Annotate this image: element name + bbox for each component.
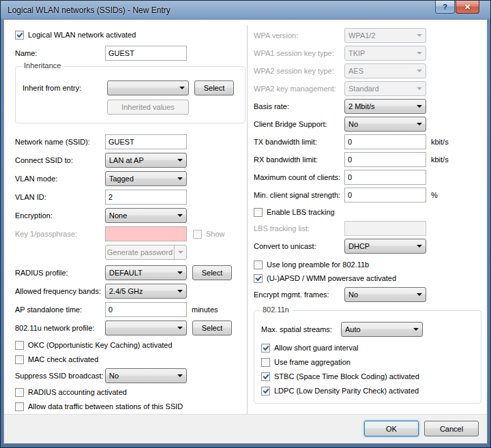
- rx-limit-row: RX bandwidth limit: kbit/s: [254, 152, 481, 167]
- okc-checkbox[interactable]: [15, 341, 24, 350]
- encryption-row: Encryption: None: [15, 208, 246, 223]
- long-preamble-label: Use long preamble for 802.11b: [267, 260, 369, 269]
- ldpc-checkbox[interactable]: [261, 387, 270, 395]
- spatial-streams-label: Max. spatial streams:: [261, 325, 341, 333]
- wpa2-key-type-row: WPA2 session key type: AES: [254, 63, 481, 78]
- name-input[interactable]: [105, 46, 187, 61]
- chevron-down-icon: [417, 123, 422, 125]
- interstation-traffic-checkbox[interactable]: [15, 402, 24, 411]
- inheritance-group-title: Inheritance: [21, 61, 63, 70]
- basis-rate-select[interactable]: 2 Mbit/s: [344, 99, 426, 114]
- title-bar[interactable]: Logical WLAN networks (SSIDs) - New Entr…: [3, 1, 488, 19]
- wlan-activated-row: Logical WLAN network activated: [15, 29, 246, 40]
- 80211u-profile-label: 802.11u network profile:: [15, 324, 105, 332]
- chevron-down-icon: [417, 52, 422, 55]
- key1-row: Key 1/passphrase: Show: [15, 226, 246, 241]
- chevron-down-icon: [178, 251, 183, 254]
- unicast-select[interactable]: DHCP: [344, 239, 426, 254]
- chevron-down-icon: [179, 87, 185, 89]
- client-bridge-label: Client Bridge Support:: [254, 120, 344, 128]
- footer-bar: OK Cancel: [4, 414, 487, 443]
- max-clients-input[interactable]: [344, 170, 426, 185]
- mac-check-checkbox[interactable]: [15, 355, 24, 364]
- suppress-ssid-value: No: [109, 372, 175, 380]
- frequency-bands-value: 2.4/5 GHz: [109, 287, 175, 295]
- long-preamble-checkbox[interactable]: [254, 260, 263, 269]
- basis-rate-value: 2 Mbit/s: [348, 102, 414, 110]
- spatial-streams-value: Auto: [345, 325, 411, 333]
- wpa2-key-mgmt-label: WPA2 key management:: [254, 85, 344, 93]
- frequency-bands-select[interactable]: 2.4/5 GHz: [105, 284, 187, 299]
- wpa-version-row: WPA version: WPA1/2: [254, 28, 481, 43]
- wpa2-key-mgmt-select: Standard: [344, 81, 426, 96]
- 80211u-profile-select[interactable]: [105, 320, 187, 335]
- tx-limit-input[interactable]: [344, 134, 426, 149]
- suppress-ssid-select[interactable]: No: [105, 368, 187, 383]
- radius-select-label: Select: [202, 269, 223, 277]
- right-column: WPA version: WPA1/2 WPA1 session key typ…: [254, 28, 481, 404]
- vlan-mode-value: Tagged: [109, 175, 175, 183]
- client-bridge-select[interactable]: No: [344, 117, 426, 132]
- 80211u-select-button[interactable]: Select: [192, 320, 232, 335]
- name-label: Name:: [15, 49, 105, 57]
- inherit-select-button[interactable]: Select: [194, 80, 234, 95]
- interstation-traffic-row: Allow data traffic between stations of t…: [15, 401, 246, 412]
- encrypt-mgmt-select[interactable]: No: [344, 287, 426, 302]
- rx-limit-label: RX bandwidth limit:: [254, 155, 344, 164]
- apsd-checkbox[interactable]: [254, 274, 263, 283]
- spatial-streams-row: Max. spatial streams: Auto: [261, 322, 475, 337]
- encryption-label: Encryption:: [15, 211, 105, 220]
- inherited-values-label: Inherited values: [121, 103, 175, 111]
- spatial-streams-select[interactable]: Auto: [341, 322, 423, 337]
- column-divider: [247, 25, 248, 415]
- standalone-time-input[interactable]: [105, 302, 187, 317]
- chevron-down-icon: [177, 290, 183, 293]
- radius-select-button[interactable]: Select: [192, 265, 232, 280]
- left-column: Logical WLAN network activated Name: Inh…: [15, 29, 246, 415]
- chevron-down-icon: [177, 271, 183, 274]
- radius-accounting-checkbox[interactable]: [15, 388, 24, 397]
- cancel-button[interactable]: Cancel: [424, 421, 479, 436]
- close-button[interactable]: ✕: [456, 1, 479, 14]
- inherit-from-select[interactable]: [107, 80, 189, 95]
- vlan-id-input[interactable]: [105, 190, 187, 205]
- dialog-content: Logical WLAN network activated Name: Inh…: [3, 19, 488, 444]
- ssid-input[interactable]: [105, 134, 187, 149]
- tx-limit-unit: kbit/s: [431, 138, 449, 146]
- help-icon: ?: [443, 3, 447, 11]
- lbs-tracking-checkbox[interactable]: [254, 208, 263, 217]
- encryption-value: None: [109, 211, 175, 220]
- connect-ssid-select[interactable]: LAN at AP: [105, 153, 187, 168]
- chevron-down-icon: [417, 293, 422, 296]
- key1-label: Key 1/passphrase:: [15, 230, 105, 238]
- wpa2-key-type-value: AES: [348, 67, 414, 75]
- ok-button[interactable]: OK: [364, 421, 419, 436]
- stbc-label: STBC (Space Time Block Coding) activated: [274, 372, 419, 380]
- vlan-mode-label: VLAN mode:: [15, 175, 105, 183]
- generate-password-button: Generate password: [105, 245, 187, 260]
- interstation-traffic-label: Allow data traffic between stations of t…: [28, 402, 183, 410]
- stbc-checkbox[interactable]: [261, 372, 270, 381]
- short-guard-checkbox[interactable]: [261, 344, 270, 353]
- inherited-values-row: Inherited values: [23, 100, 239, 115]
- vlan-mode-select[interactable]: Tagged: [105, 171, 187, 186]
- mac-check-label: MAC check activated: [28, 355, 98, 363]
- min-signal-row: Min. client signal strength: %: [254, 188, 481, 203]
- chevron-down-icon: [177, 177, 183, 180]
- encryption-select[interactable]: None: [105, 208, 187, 223]
- chevron-down-icon: [177, 159, 183, 162]
- cancel-button-label: Cancel: [440, 425, 463, 433]
- frame-aggregation-checkbox[interactable]: [261, 358, 270, 367]
- unicast-value: DHCP: [348, 242, 414, 250]
- wlan-activated-checkbox[interactable]: [15, 31, 24, 40]
- chevron-down-icon: [177, 214, 183, 217]
- min-signal-unit: %: [431, 191, 438, 199]
- 80211n-group-title: 802.11n: [260, 305, 292, 314]
- radius-profile-select[interactable]: DEFAULT: [105, 265, 187, 280]
- rx-limit-input[interactable]: [344, 152, 426, 167]
- tx-limit-row: TX bandwidth limit: kbit/s: [254, 134, 481, 149]
- help-button[interactable]: ?: [435, 1, 455, 14]
- min-signal-input[interactable]: [344, 188, 426, 203]
- encrypt-mgmt-label: Encrypt mgmt. frames:: [254, 290, 344, 299]
- wpa1-key-type-value: TKIP: [348, 49, 414, 57]
